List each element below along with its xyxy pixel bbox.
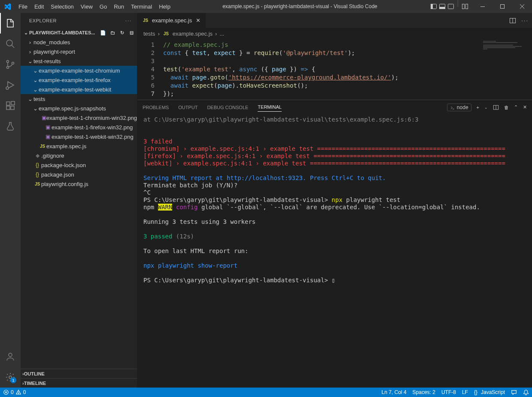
menu-edit[interactable]: Edit: [31, 0, 47, 13]
file-example-spec[interactable]: JSexample.spec.js: [21, 141, 137, 151]
explorer-section-header[interactable]: ⌄ PLAYWRIGHT-LAMBDATES... 📄 🗀 ↻ ⊟: [21, 28, 137, 37]
breadcrumb[interactable]: tests› JS example.spec.js› ...: [137, 28, 532, 39]
file-package-json[interactable]: {}package.json: [21, 170, 137, 179]
sidebar-more-icon[interactable]: ···: [125, 18, 132, 23]
outline-section[interactable]: ›OUTLINE: [21, 369, 137, 378]
file-playwright-config[interactable]: JSplaywright.config.js: [21, 179, 137, 189]
svg-point-32: [18, 393, 18, 394]
activity-accounts-icon[interactable]: [0, 346, 21, 367]
menu-terminal[interactable]: Terminal: [128, 0, 155, 13]
activity-search-icon[interactable]: [0, 34, 21, 54]
minimap[interactable]: [483, 41, 526, 49]
svg-rect-18: [6, 106, 10, 110]
tab-problems[interactable]: PROBLEMS: [143, 103, 169, 112]
activity-settings-icon[interactable]: 1: [0, 367, 21, 388]
svg-point-16: [6, 87, 9, 89]
titlebar: File Edit Selection View Go Run Terminal…: [0, 0, 532, 13]
json-icon: {}: [33, 171, 41, 177]
folder-snapshots[interactable]: ⌄example.spec.js-snapshots: [21, 104, 137, 113]
folder-tests[interactable]: ⌄tests: [21, 94, 137, 104]
sidebar-title: EXPLORER: [29, 18, 57, 23]
file-gitignore[interactable]: ◆.gitignore: [21, 151, 137, 160]
activity-explorer-icon[interactable]: [0, 13, 21, 34]
svg-rect-5: [462, 4, 465, 9]
status-bell-icon[interactable]: [520, 388, 532, 397]
folder-firefox[interactable]: ⌄example-example-test-firefox: [21, 75, 137, 85]
activity-source-control-icon[interactable]: [0, 54, 21, 75]
js-icon: JS: [39, 144, 46, 149]
close-button[interactable]: [512, 0, 532, 13]
js-icon: JS: [162, 31, 170, 36]
svg-rect-1: [431, 4, 433, 9]
image-icon: ▣: [41, 115, 46, 121]
status-bar: 0 0 Ln 7, Col 4 Spaces: 2 UTF-8 LF {}Jav…: [0, 388, 532, 397]
folder-chromium[interactable]: ⌄example-example-test-chromium: [21, 66, 137, 75]
activity-bar: 1: [0, 13, 21, 388]
folder-test-results[interactable]: ⌄test-results: [21, 56, 137, 66]
project-name: PLAYWRIGHT-LAMBDATES...: [29, 30, 95, 35]
svg-rect-7: [480, 6, 485, 7]
editor-area: JS example.spec.js ✕ ··· tests› JS examp…: [137, 13, 532, 388]
timeline-section[interactable]: ›TIMELINE: [21, 378, 137, 388]
refresh-icon[interactable]: ↻: [118, 30, 126, 36]
new-folder-icon[interactable]: 🗀: [109, 30, 116, 36]
svg-point-15: [12, 62, 14, 64]
status-eol[interactable]: LF: [459, 388, 471, 397]
more-actions-icon[interactable]: ···: [521, 17, 529, 24]
activity-run-debug-icon[interactable]: [0, 75, 21, 95]
maximize-panel-icon[interactable]: ⌃: [514, 104, 518, 110]
file-snap3[interactable]: ▣example-test-1-webkit-win32.png: [21, 132, 137, 141]
tab-output[interactable]: OUTPUT: [178, 103, 198, 112]
svg-rect-19: [11, 106, 14, 110]
split-terminal-icon[interactable]: [493, 104, 499, 110]
minimize-button[interactable]: [473, 0, 492, 13]
terminal-selector[interactable]: node: [447, 104, 471, 111]
customize-layout-icon[interactable]: [461, 0, 469, 13]
window-controls: [426, 0, 532, 13]
svg-point-11: [6, 40, 12, 46]
activity-testing-icon[interactable]: [0, 116, 21, 137]
svg-rect-3: [440, 7, 445, 9]
layout-panel-icon[interactable]: [438, 0, 447, 13]
new-terminal-icon[interactable]: +: [477, 105, 479, 110]
status-feedback-icon[interactable]: [508, 388, 520, 397]
menu-view[interactable]: View: [77, 0, 96, 13]
terminal-dropdown-icon[interactable]: ⌄: [484, 105, 488, 110]
status-cursor-position[interactable]: Ln 7, Col 4: [379, 388, 410, 397]
status-spaces[interactable]: Spaces: 2: [410, 388, 438, 397]
layout-sidebar-left-icon[interactable]: [429, 0, 438, 13]
tab-example-spec[interactable]: JS example.spec.js ✕: [137, 13, 206, 28]
menu-run[interactable]: Run: [110, 0, 128, 13]
folder-playwright-report[interactable]: ›playwright-report: [21, 47, 137, 56]
kill-terminal-icon[interactable]: 🗑: [504, 105, 509, 110]
terminal-content[interactable]: at C:\Users\garyp\git\playwright-lambdat…: [137, 114, 532, 288]
file-snap1[interactable]: ▣example-test-1-chromium-win32.png: [21, 113, 137, 122]
folder-node-modules[interactable]: ›node_modules: [21, 37, 137, 47]
status-encoding[interactable]: UTF-8: [438, 388, 459, 397]
status-language[interactable]: {}JavaScript: [471, 388, 508, 397]
file-tree: ›node_modules ›playwright-report ⌄test-r…: [21, 37, 137, 369]
file-snap2[interactable]: ▣example-test-1-firefox-win32.png: [21, 122, 137, 132]
tab-debug-console[interactable]: DEBUG CONSOLE: [207, 103, 248, 112]
js-icon: JS: [142, 18, 149, 23]
vscode-logo-icon: [0, 3, 15, 10]
folder-webkit[interactable]: ⌄example-example-test-webkit: [21, 85, 137, 94]
collapse-icon[interactable]: ⊟: [128, 30, 135, 36]
activity-extensions-icon[interactable]: [0, 95, 21, 116]
close-icon[interactable]: ✕: [195, 17, 201, 24]
new-file-icon[interactable]: 📄: [99, 30, 107, 36]
window-title: example.spec.js - playwright-lambdatest-…: [174, 3, 426, 9]
menu-help[interactable]: Help: [155, 0, 174, 13]
maximize-button[interactable]: [492, 0, 512, 13]
svg-point-14: [7, 67, 9, 69]
menu-file[interactable]: File: [15, 0, 31, 13]
close-panel-icon[interactable]: ✕: [523, 104, 527, 110]
code-editor[interactable]: 1// example.spec.js 2const { test, expec…: [137, 39, 532, 100]
tab-terminal[interactable]: TERMINAL: [258, 103, 282, 112]
menu-go[interactable]: Go: [96, 0, 110, 13]
file-package-lock[interactable]: {}package-lock.json: [21, 160, 137, 170]
status-errors[interactable]: 0 0: [0, 388, 29, 397]
split-editor-icon[interactable]: [509, 17, 516, 24]
layout-sidebar-right-icon[interactable]: [447, 0, 455, 13]
menu-selection[interactable]: Selection: [47, 0, 77, 13]
